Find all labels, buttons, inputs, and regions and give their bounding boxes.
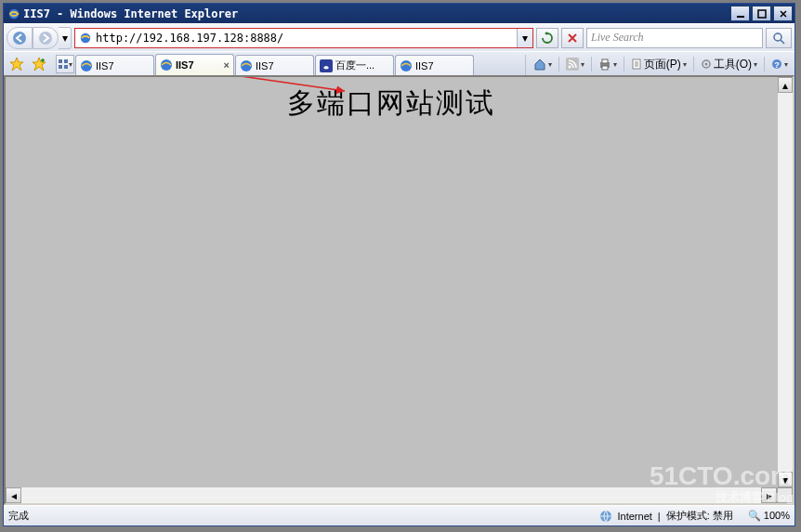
scroll-left-button[interactable]: ◂ bbox=[6, 487, 21, 503]
add-favorite-button[interactable] bbox=[29, 55, 49, 73]
gear-icon bbox=[701, 58, 712, 70]
svg-point-3 bbox=[13, 32, 26, 45]
window-title: IIS7 - Windows Internet Explorer bbox=[23, 7, 238, 20]
svg-rect-9 bbox=[59, 65, 62, 69]
ie-favicon bbox=[7, 7, 20, 20]
scroll-down-button[interactable]: ▾ bbox=[778, 472, 793, 487]
tab-close[interactable]: × bbox=[224, 59, 230, 71]
address-url: http://192.168.197.128:8888/ bbox=[96, 32, 283, 45]
tabs-list-button[interactable]: ▾ bbox=[56, 55, 74, 73]
tab-3[interactable]: 百度一... bbox=[315, 55, 394, 75]
rss-icon bbox=[566, 58, 579, 71]
horizontal-scrollbar[interactable]: ◂ ▸ bbox=[6, 487, 793, 503]
star-plus-icon bbox=[32, 57, 46, 71]
scroll-corner bbox=[777, 487, 793, 503]
status-bar: 完成 Internet | 保护模式: 禁用 🔍 100% bbox=[4, 505, 794, 526]
nav-history-dropdown[interactable]: ▾ bbox=[59, 27, 72, 49]
scroll-track-h[interactable] bbox=[21, 487, 761, 503]
status-mode: 保护模式: 禁用 bbox=[666, 509, 733, 523]
tab-label: IIS7 bbox=[176, 59, 194, 71]
print-icon bbox=[598, 58, 611, 71]
page-icon bbox=[631, 58, 642, 70]
tab-1[interactable]: IIS7× bbox=[155, 54, 234, 75]
home-icon bbox=[533, 58, 546, 71]
svg-rect-8 bbox=[64, 59, 68, 63]
svg-rect-1 bbox=[737, 16, 744, 18]
status-zoom[interactable]: 🔍 100% bbox=[748, 510, 790, 522]
ie-icon bbox=[400, 59, 413, 72]
svg-rect-20 bbox=[602, 66, 608, 70]
tab-label: IIS7 bbox=[256, 60, 274, 71]
svg-point-4 bbox=[39, 32, 52, 45]
close-button[interactable] bbox=[773, 6, 793, 21]
svg-rect-2 bbox=[758, 10, 766, 18]
svg-point-6 bbox=[774, 33, 781, 41]
status-text: 完成 bbox=[8, 509, 29, 523]
forward-button[interactable] bbox=[33, 27, 59, 49]
page-menu-label: 页面(P) bbox=[644, 57, 681, 72]
minimize-button[interactable] bbox=[730, 6, 750, 21]
address-bar-highlight: http://192.168.197.128:8888/ ▾ bbox=[74, 28, 533, 48]
star-icon bbox=[9, 57, 24, 71]
home-button[interactable]: ▾ bbox=[530, 55, 556, 73]
refresh-button[interactable] bbox=[536, 28, 558, 48]
status-internet: Internet bbox=[618, 511, 652, 522]
search-icon bbox=[772, 32, 785, 45]
feeds-button[interactable]: ▾ bbox=[562, 55, 588, 73]
tools-menu[interactable]: 工具(O)▾ bbox=[697, 55, 761, 73]
favorites-button[interactable] bbox=[7, 55, 27, 73]
tab-0[interactable]: IIS7 bbox=[75, 55, 154, 75]
svg-point-17 bbox=[568, 66, 571, 69]
scroll-right-button[interactable]: ▸ bbox=[761, 487, 777, 503]
vertical-scrollbar[interactable]: ▴ ▾ bbox=[777, 77, 793, 487]
title-bar: IIS7 - Windows Internet Explorer bbox=[4, 4, 794, 23]
ie-icon bbox=[160, 58, 173, 71]
scroll-up-button[interactable]: ▴ bbox=[778, 77, 793, 93]
search-button[interactable] bbox=[766, 28, 792, 48]
ie-icon bbox=[240, 59, 253, 72]
tab-4[interactable]: IIS7 bbox=[395, 55, 474, 75]
svg-text:?: ? bbox=[774, 60, 780, 70]
page-content: 多端口网站测试 bbox=[6, 77, 777, 487]
address-dropdown[interactable]: ▾ bbox=[517, 29, 532, 47]
tab-label: IIS7 bbox=[415, 60, 434, 71]
content-frame: 多端口网站测试 ▴ ▾ ◂ ▸ bbox=[4, 75, 794, 505]
svg-rect-19 bbox=[602, 59, 608, 63]
browser-window: IIS7 - Windows Internet Explorer ▾ http:… bbox=[3, 3, 795, 526]
page-heading: 多端口网站测试 bbox=[6, 77, 777, 123]
nav-bar: ▾ http://192.168.197.128:8888/ ▾ Live Se… bbox=[4, 23, 794, 51]
address-bar[interactable]: http://192.168.197.128:8888/ bbox=[75, 29, 517, 47]
baidu-icon bbox=[320, 59, 333, 72]
search-box[interactable]: Live Search bbox=[586, 28, 763, 48]
help-button[interactable]: ?▾ bbox=[768, 55, 792, 73]
search-placeholder: Live Search bbox=[591, 31, 644, 45]
page-favicon bbox=[79, 32, 92, 45]
maximize-button[interactable] bbox=[752, 6, 771, 21]
svg-rect-7 bbox=[59, 59, 62, 63]
tab-label: IIS7 bbox=[96, 60, 114, 71]
help-icon: ? bbox=[771, 58, 782, 70]
ie-icon bbox=[80, 59, 93, 72]
tabs-bar: ▾ IIS7IIS7×IIS7百度一...IIS7 ▾ ▾ ▾ 页面(P)▾ 工… bbox=[4, 51, 794, 75]
grid-icon bbox=[58, 58, 69, 70]
page-menu[interactable]: 页面(P)▾ bbox=[627, 55, 690, 73]
svg-point-23 bbox=[704, 63, 707, 66]
scroll-track[interactable] bbox=[778, 93, 793, 472]
stop-button[interactable] bbox=[561, 28, 584, 48]
back-button[interactable] bbox=[7, 27, 33, 49]
tab-2[interactable]: IIS7 bbox=[235, 55, 314, 75]
print-button[interactable]: ▾ bbox=[595, 55, 621, 73]
tab-label: 百度一... bbox=[335, 58, 374, 72]
tools-menu-label: 工具(O) bbox=[714, 57, 752, 72]
svg-rect-10 bbox=[64, 65, 68, 69]
internet-zone-icon bbox=[599, 510, 612, 523]
